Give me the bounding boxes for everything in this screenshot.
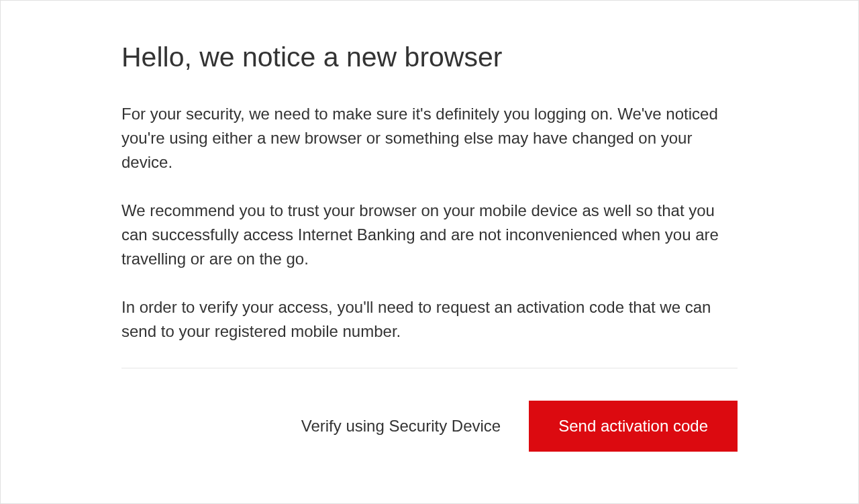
verify-security-device-button[interactable]: Verify using Security Device [301,417,501,436]
security-message-3: In order to verify your access, you'll n… [121,295,738,344]
verification-dialog: Hello, we notice a new browser For your … [0,0,859,504]
action-row: Verify using Security Device Send activa… [121,401,738,452]
send-activation-code-button[interactable]: Send activation code [529,401,738,452]
page-title: Hello, we notice a new browser [121,41,738,74]
security-message-2: We recommend you to trust your browser o… [121,199,738,271]
divider [121,368,738,368]
security-message-1: For your security, we need to make sure … [121,102,738,174]
